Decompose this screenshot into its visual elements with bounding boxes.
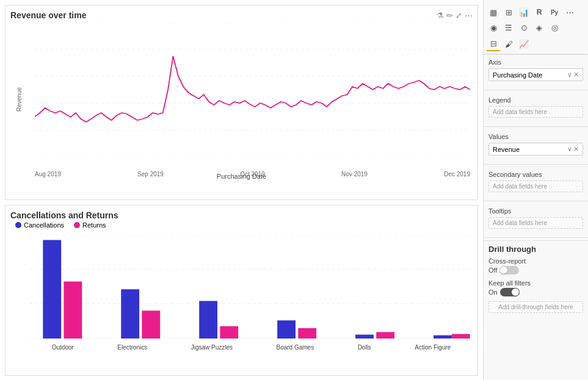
visual6-icon[interactable]: ◉ <box>486 20 501 35</box>
more-visuals-icon[interactable]: ⋯ <box>562 5 577 20</box>
bar-chart-header: Cancellations and Returns Cancellations … <box>5 206 477 235</box>
secondary-values-label: Secondary values <box>488 171 583 178</box>
divider-4 <box>484 201 588 201</box>
bar-legend: Cancellations Returns <box>10 220 473 230</box>
keep-filters-toggle[interactable] <box>500 288 520 296</box>
keep-filters-knob <box>512 289 519 296</box>
main-content: Revenue over time ⚗ ✏ ⤢ ⋯ Revenue 6K <box>0 0 483 380</box>
values-field-pill[interactable]: Revenue ∨ ✕ <box>488 143 583 156</box>
revenue-chart: Revenue over time ⚗ ✏ ⤢ ⋯ Revenue 6K <box>5 5 478 200</box>
bar-chart-x-labels: Outdoor Electronics Jigsaw Puzzles Board… <box>30 344 473 351</box>
electronics-cancellations-bar <box>121 289 139 339</box>
visual7-icon[interactable]: ☰ <box>501 20 516 35</box>
divider-1 <box>484 90 588 90</box>
Py-icon[interactable]: Py <box>547 5 562 20</box>
cross-report-knob <box>500 267 507 274</box>
returns-label: Returns <box>82 221 106 229</box>
action-returns-bar <box>452 334 470 339</box>
more-icon[interactable]: ⋯ <box>465 11 473 20</box>
panel-tab-row: ⊟ 🖌 📈 <box>486 37 586 54</box>
chart-toolbar: ⚗ ✏ ⤢ ⋯ <box>437 11 473 20</box>
keep-filters-label: Keep all filters <box>488 279 583 287</box>
returns-dot <box>74 222 80 228</box>
axis-field-pill[interactable]: Purchasing Date ∨ ✕ <box>488 68 583 81</box>
values-section: Values Revenue ∨ ✕ <box>484 129 588 162</box>
axis-field-name: Purchasing Date <box>493 71 542 79</box>
revenue-line-chart: 6K 5K 4K 3K 2K 1K <box>35 23 470 157</box>
right-panel: ▦ ⊞ 📊 R Py ⋯ ◉ ☰ ⊙ ◈ ◎ ⊟ 🖌 📈 Axis Purcha… <box>483 0 588 380</box>
x-tick-oct: Oct 2019 <box>240 171 265 177</box>
secondary-values-section: Secondary values Add data fields here <box>484 167 588 198</box>
cross-report-state: Off <box>488 267 497 274</box>
chart-header: Revenue over time ⚗ ✏ ⤢ ⋯ <box>5 5 477 20</box>
boardgames-cancellations-bar <box>277 320 296 339</box>
add-drill-fields[interactable]: Add drill-through fields here <box>488 301 583 313</box>
dolls-cancellations-bar <box>355 335 374 339</box>
values-expand-icon[interactable]: ∨ <box>567 145 572 153</box>
analytics-tab-icon[interactable]: 📈 <box>517 37 531 51</box>
x-axis-ticks: Aug 2019 Sep 2019 Oct 2019 Nov 2019 Dec … <box>35 171 470 177</box>
cross-report-label: Cross-report <box>488 257 583 265</box>
cat-jigsaw: Jigsaw Puzzles <box>191 344 233 351</box>
revenue-chart-title: Revenue over time <box>10 10 87 20</box>
x-tick-sep: Sep 2019 <box>137 171 164 177</box>
x-tick-aug: Aug 2019 <box>35 171 61 177</box>
drillthrough-section: Drill through Cross-report Off Keep all … <box>484 240 588 317</box>
format-tab-icon[interactable]: ⊟ <box>486 37 501 51</box>
cat-boardgames: Board Games <box>276 344 314 351</box>
cross-report-toggle[interactable] <box>499 266 519 274</box>
legend-section: Legend Add data fields here <box>484 93 588 124</box>
legend-returns: Returns <box>74 221 106 229</box>
axis-label: Axis <box>488 59 583 66</box>
toolbar-row-1: ▦ ⊞ 📊 R Py ⋯ <box>486 5 586 20</box>
cancellations-dot <box>15 222 21 228</box>
y-axis-label: Revenue <box>16 87 23 112</box>
divider-2 <box>484 126 588 127</box>
values-label: Values <box>488 133 583 140</box>
R-icon[interactable]: R <box>532 5 546 20</box>
visual10-icon[interactable]: ◎ <box>547 20 562 35</box>
cat-action: Action Figure <box>415 344 451 351</box>
keep-filters-state: On <box>488 289 498 296</box>
outdoor-returns-bar <box>64 282 82 339</box>
drillthrough-title: Drill through <box>488 245 583 254</box>
chart-bar-icon[interactable]: 📊 <box>517 5 531 20</box>
visual8-icon[interactable]: ⊙ <box>517 20 531 35</box>
cat-outdoor: Outdoor <box>52 344 74 351</box>
jigsaw-returns-bar <box>220 326 238 339</box>
table-icon[interactable]: ▦ <box>486 5 501 20</box>
action-cancellations-bar <box>434 335 452 339</box>
divider-3 <box>484 164 588 165</box>
cancellations-label: Cancellations <box>24 221 64 229</box>
bar-chart-title: Cancellations and Returns <box>10 210 473 220</box>
keep-filters-row: Keep all filters On <box>488 279 583 296</box>
electronics-returns-bar <box>142 310 160 339</box>
cat-dolls: Dolls <box>358 344 371 351</box>
bar-chart: Cancellations and Returns Cancellations … <box>5 205 478 376</box>
tooltips-section: Tooltips Add data fields here <box>484 204 588 235</box>
axis-remove-icon[interactable]: ✕ <box>573 71 579 79</box>
visual9-icon[interactable]: ◈ <box>532 20 546 35</box>
keep-filters-toggle-container: On <box>488 288 583 296</box>
paint-tab-icon[interactable]: 🖌 <box>501 37 516 51</box>
tooltips-add-field[interactable]: Add data fields here <box>488 217 583 229</box>
dolls-returns-bar <box>376 332 394 339</box>
values-remove-icon[interactable]: ✕ <box>573 145 579 153</box>
axis-expand-icon[interactable]: ∨ <box>567 71 572 79</box>
toolbar-row-2: ◉ ☰ ⊙ ◈ ◎ <box>486 20 586 35</box>
panel-toolbar: ▦ ⊞ 📊 R Py ⋯ ◉ ☰ ⊙ ◈ ◎ ⊟ 🖌 📈 <box>484 2 588 55</box>
tooltips-label: Tooltips <box>488 207 583 215</box>
boardgames-returns-bar <box>298 328 316 339</box>
values-pill-actions: ∨ ✕ <box>567 145 579 153</box>
secondary-values-add-field[interactable]: Add data fields here <box>488 181 583 192</box>
filter-icon[interactable]: ⚗ <box>437 11 444 20</box>
divider-5 <box>484 237 588 238</box>
format-chart-icon[interactable]: ✏ <box>446 11 453 20</box>
legend-add-field[interactable]: Add data fields here <box>488 106 583 118</box>
expand-icon[interactable]: ⤢ <box>456 11 462 20</box>
legend-label: Legend <box>488 96 583 104</box>
matrix-icon[interactable]: ⊞ <box>501 5 516 20</box>
outdoor-cancellations-bar <box>43 240 61 339</box>
axis-pill-actions: ∨ ✕ <box>567 71 579 79</box>
cross-report-row: Cross-report Off <box>488 257 583 274</box>
